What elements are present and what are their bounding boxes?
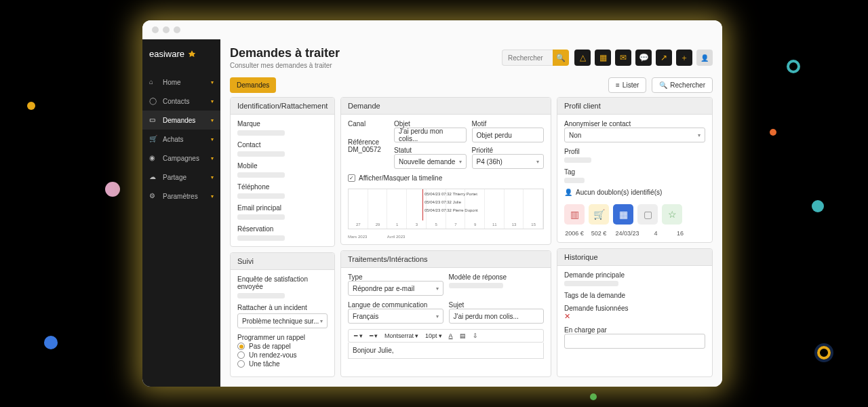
priorite-select[interactable]: P4 (36h)▾ [472, 154, 545, 169]
chat-icon[interactable]: 💬 [635, 50, 652, 66]
langue-select[interactable]: Français▾ [348, 309, 443, 324]
mail-icon[interactable]: ✉ [615, 50, 631, 66]
field-marque: Marque [237, 120, 328, 128]
window-titlebar [142, 20, 722, 39]
field-reservation: Réservation [237, 225, 328, 233]
editor-toolbar[interactable]: ━ ▾━ ▾ Montserrat ▾ 10pt ▾ A ▤ ⇩ [348, 329, 544, 343]
attach-icon[interactable]: ⇩ [471, 332, 480, 340]
stat-calendar-icon[interactable]: ▦ [613, 204, 633, 225]
tab-demandes[interactable]: Demandes [230, 77, 276, 93]
stat-cart-icon[interactable]: 🛒 [589, 204, 609, 225]
calendar-icon[interactable]: ▦ [595, 50, 611, 66]
objet-input[interactable]: J'ai perdu mon colis... [394, 128, 467, 142]
sidebar-item-achats[interactable]: 🛒Achats▾ [142, 130, 220, 149]
search-icon: 🔍 [659, 81, 667, 89]
field-mobile: Mobile [237, 162, 328, 170]
cart-icon: 🛒 [149, 135, 157, 143]
user-icon: 👤 [564, 189, 572, 196]
sidebar-item-contacts[interactable]: ◯Contacts▾ [142, 92, 220, 111]
text-color-icon[interactable]: A [447, 332, 455, 340]
home-icon: ⌂ [149, 78, 157, 86]
sidebar: easiware ⌂Home▾ ◯Contacts▾ ▭Demandes▾ 🛒A… [142, 39, 220, 387]
radio-tache[interactable]: Une tâche [237, 360, 328, 368]
chevron-down-icon: ▾ [211, 174, 214, 180]
page-title: Demandes à traiter [230, 46, 496, 60]
radio-pas-de-rappel[interactable]: Pas de rappel [237, 343, 328, 350]
panel-profil: Profil client [557, 98, 712, 115]
brand-logo: easiware [142, 39, 220, 69]
stat-star-icon[interactable]: ☆ [662, 204, 682, 225]
type-select[interactable]: Répondre par e-mail▾ [348, 281, 443, 296]
sidebar-item-home[interactable]: ⌂Home▾ [142, 73, 220, 92]
lister-button[interactable]: ≡Lister [608, 77, 646, 93]
font-select[interactable]: Montserrat ▾ [382, 332, 420, 340]
highlight-icon[interactable]: ▤ [458, 332, 468, 340]
chevron-down-icon: ▾ [211, 79, 214, 85]
broadcast-icon: ◉ [149, 154, 157, 162]
search-input[interactable] [502, 50, 553, 66]
rechercher-button[interactable]: 🔍Rechercher [652, 77, 713, 93]
notify-icon[interactable]: △ [574, 50, 591, 66]
timeline-chart: 05/04/23 07:32 Thierry Portet 05/04/23 0… [348, 189, 544, 229]
sidebar-item-demandes[interactable]: ▭Demandes▾ [142, 111, 220, 130]
panel-historique: Historique [557, 249, 712, 266]
statut-select[interactable]: Nouvelle demande▾ [394, 154, 467, 169]
stat-box-icon[interactable]: ▢ [637, 204, 658, 225]
sujet-input[interactable]: J'ai perdu mon colis... [449, 309, 545, 324]
monitor-icon: ▭ [149, 116, 157, 124]
radio-rendez-vous[interactable]: Un rendez-vous [237, 351, 328, 359]
field-telephone: Téléphone [237, 183, 328, 191]
logo-icon [187, 50, 197, 59]
user-icon: ◯ [149, 97, 157, 105]
chevron-down-icon: ▾ [211, 117, 214, 123]
chevron-down-icon: ▾ [211, 193, 214, 199]
motif-input[interactable]: Objet perdu [472, 128, 545, 142]
field-contact: Contact [237, 141, 328, 149]
encharge-input[interactable] [564, 334, 705, 349]
page-subtitle: Consulter mes demandes à traiter [230, 62, 496, 69]
timeline-toggle[interactable]: ✓Afficher/Masquer la timeline [348, 174, 544, 182]
reference-value: DM_00572 [348, 146, 389, 153]
chevron-down-icon: ▾ [211, 136, 214, 142]
sidebar-item-campagnes[interactable]: ◉Campagnes▾ [142, 149, 220, 168]
chevron-down-icon: ▾ [211, 155, 214, 161]
close-icon[interactable]: ✕ [564, 312, 705, 321]
editor-body[interactable]: Bonjour Julie, [348, 343, 544, 359]
anonymiser-select[interactable]: Non▾ [564, 128, 705, 142]
cloud-icon: ☁ [149, 173, 157, 181]
fontsize-select[interactable]: 10pt ▾ [423, 332, 444, 340]
search-icon: 🔍 [556, 54, 566, 62]
search-button[interactable]: 🔍 [553, 50, 569, 66]
chevron-down-icon: ▾ [211, 98, 214, 104]
field-email: Email principal [237, 204, 328, 212]
add-icon[interactable]: ＋ [676, 50, 692, 66]
sidebar-item-parametres[interactable]: ⚙Paramètres▾ [142, 187, 220, 206]
export-icon[interactable]: ↗ [656, 50, 672, 66]
panel-identification: Identification/Rattachement [231, 98, 334, 115]
avatar[interactable]: 👤 [696, 50, 713, 66]
stat-revenue-icon[interactable]: ▥ [564, 204, 585, 225]
gear-icon: ⚙ [149, 192, 157, 200]
panel-traitements: Traitements/Intéractions [341, 251, 551, 268]
list-icon: ≡ [616, 81, 620, 89]
incident-select[interactable]: Problème technique sur...▾ [237, 313, 328, 328]
panel-demande: Demande [341, 98, 551, 115]
sidebar-item-partage[interactable]: ☁Partage▾ [142, 168, 220, 187]
panel-suivi: Suivi [231, 253, 334, 270]
global-search[interactable]: 🔍 [502, 50, 569, 66]
